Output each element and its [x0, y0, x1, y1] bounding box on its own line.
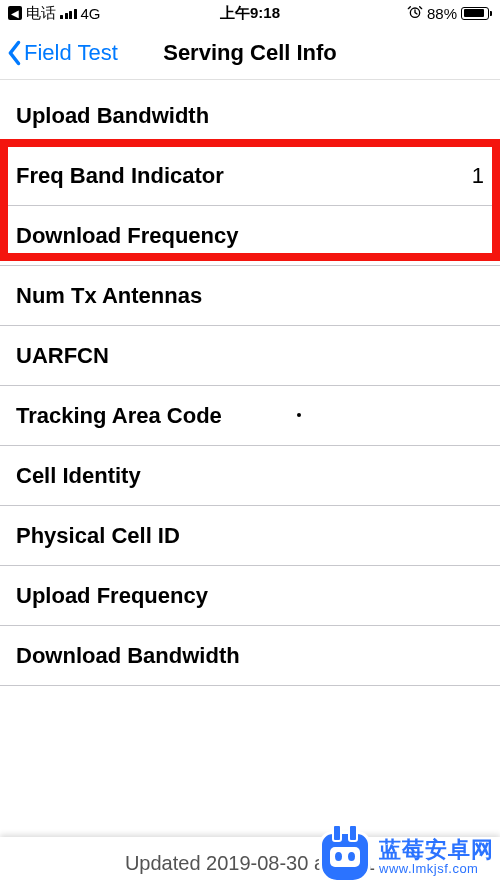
nav-bar: Field Test Serving Cell Info — [0, 26, 500, 80]
signal-icon — [60, 7, 77, 19]
row-label: Cell Identity — [16, 463, 141, 489]
row-cell-identity[interactable]: Cell Identity — [0, 446, 500, 506]
row-download-bandwidth[interactable]: Download Bandwidth — [0, 626, 500, 686]
row-freq-band-indicator[interactable]: Freq Band Indicator 1 — [0, 146, 500, 206]
carrier-label: 电话 — [26, 4, 56, 23]
row-upload-bandwidth[interactable]: Upload Bandwidth — [0, 86, 500, 146]
row-physical-cell-id[interactable]: Physical Cell ID — [0, 506, 500, 566]
row-label: Upload Bandwidth — [16, 103, 209, 129]
row-upload-frequency[interactable]: Upload Frequency — [0, 566, 500, 626]
clock-label: 上午9:18 — [220, 4, 280, 23]
battery-pct-label: 88% — [427, 5, 457, 22]
row-num-tx-antennas[interactable]: Num Tx Antennas — [0, 266, 500, 326]
stray-dot — [297, 413, 301, 417]
watermark: 蓝莓安卓网 www.lmkjsf.com — [319, 831, 494, 883]
row-label: Physical Cell ID — [16, 523, 180, 549]
info-list: Upload Bandwidth Freq Band Indicator 1 D… — [0, 80, 500, 686]
row-label: Num Tx Antennas — [16, 283, 202, 309]
row-tracking-area-code[interactable]: Tracking Area Code — [0, 386, 500, 446]
row-uarfcn[interactable]: UARFCN — [0, 326, 500, 386]
back-button[interactable]: Field Test — [6, 39, 118, 67]
back-label: Field Test — [24, 40, 118, 66]
row-label: Upload Frequency — [16, 583, 208, 609]
row-download-frequency[interactable]: Download Frequency — [0, 206, 500, 266]
row-label: Freq Band Indicator — [16, 163, 224, 189]
watermark-robot-icon — [319, 831, 371, 883]
alarm-icon — [407, 4, 423, 23]
row-label: Download Bandwidth — [16, 643, 240, 669]
status-left: ◀ 电话 4G — [8, 4, 101, 23]
status-bar: ◀ 电话 4G 上午9:18 88% — [0, 0, 500, 26]
chevron-left-icon — [6, 39, 24, 67]
watermark-url: www.lmkjsf.com — [379, 862, 494, 876]
watermark-title: 蓝莓安卓网 — [379, 838, 494, 862]
row-label: UARFCN — [16, 343, 109, 369]
status-right: 88% — [407, 4, 492, 23]
row-value: 1 — [472, 163, 484, 189]
row-label: Download Frequency — [16, 223, 238, 249]
network-label: 4G — [81, 5, 101, 22]
watermark-text: 蓝莓安卓网 www.lmkjsf.com — [379, 838, 494, 876]
app-return-icon: ◀ — [8, 6, 22, 20]
row-label: Tracking Area Code — [16, 403, 222, 429]
battery-icon — [461, 7, 492, 20]
page-title: Serving Cell Info — [163, 40, 337, 66]
